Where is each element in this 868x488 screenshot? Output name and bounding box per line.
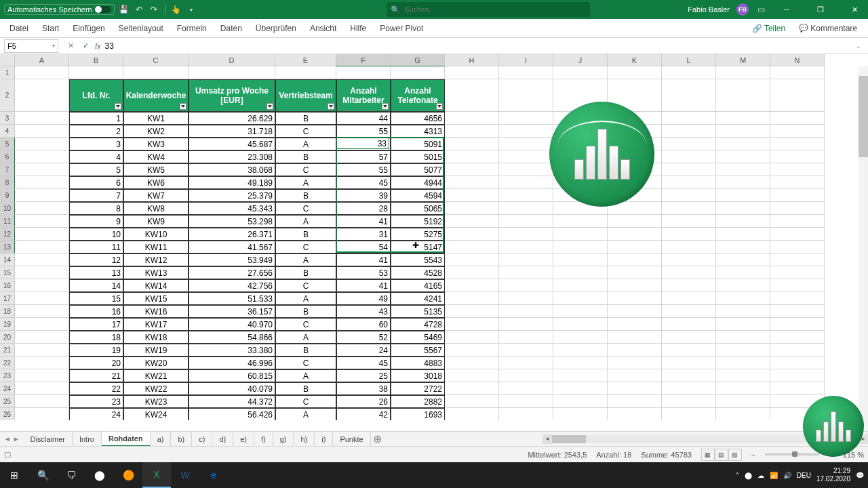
sheet-tab[interactable]: a) — [151, 432, 172, 447]
table-cell[interactable]: 5065 — [391, 202, 445, 215]
record-macro-icon[interactable]: ▢ — [4, 450, 11, 459]
table-cell[interactable]: 42.756 — [189, 279, 275, 292]
table-cell[interactable]: 6 — [69, 176, 123, 189]
ribbon-tab-datei[interactable]: Datei — [3, 24, 35, 33]
row-header[interactable]: 5 — [0, 138, 15, 150]
table-cell[interactable]: 49.189 — [189, 176, 275, 189]
table-cell[interactable]: 36.157 — [189, 305, 275, 318]
table-cell[interactable]: 54.866 — [189, 331, 275, 344]
table-cell[interactable]: KW22 — [123, 382, 189, 395]
table-cell[interactable]: 25.379 — [189, 189, 275, 202]
sheet-tab[interactable]: d) — [212, 432, 233, 447]
table-cell[interactable]: 44 — [336, 112, 391, 125]
row-header[interactable]: 15 — [0, 266, 15, 279]
undo-icon[interactable]: ↶ — [134, 4, 144, 15]
table-cell[interactable]: 18 — [69, 331, 123, 344]
table-cell[interactable]: 51.533 — [189, 292, 275, 305]
table-cell[interactable]: 8 — [69, 202, 123, 215]
table-cell[interactable]: 2882 — [391, 395, 445, 408]
ribbon-tab-formeln[interactable]: Formeln — [170, 24, 214, 33]
column-header[interactable]: B — [69, 54, 123, 66]
table-cell[interactable]: 23 — [69, 395, 123, 408]
vertical-scrollbar[interactable] — [859, 66, 868, 446]
row-header[interactable]: 17 — [0, 292, 15, 305]
table-cell[interactable]: 45.687 — [189, 138, 275, 150]
table-cell[interactable]: KW18 — [123, 331, 189, 344]
table-header-cell[interactable]: Umsatz pro Woche [EUR] — [189, 79, 275, 112]
table-cell[interactable]: 39 — [336, 189, 391, 202]
table-cell[interactable]: 44.372 — [189, 395, 275, 408]
table-cell[interactable]: 5543 — [391, 253, 445, 266]
table-cell[interactable]: 9 — [69, 215, 123, 228]
table-cell[interactable]: 11 — [69, 241, 123, 253]
comments-button[interactable]: Kommentare — [795, 22, 861, 35]
select-all-corner[interactable] — [0, 54, 15, 66]
table-cell[interactable]: 33.380 — [189, 344, 275, 357]
ribbon-tab-ansicht[interactable]: Ansicht — [303, 24, 343, 33]
table-cell[interactable]: 57 — [336, 150, 391, 163]
row-header[interactable]: 16 — [0, 279, 15, 292]
table-cell[interactable]: 54 — [336, 241, 391, 253]
row-header[interactable]: 23 — [0, 369, 15, 382]
table-cell[interactable]: KW15 — [123, 292, 189, 305]
row-header[interactable]: 13 — [0, 241, 15, 253]
row-header[interactable]: 22 — [0, 357, 15, 369]
filter-dropdown-icon[interactable] — [180, 103, 186, 110]
table-cell[interactable]: 5077 — [391, 163, 445, 176]
table-cell[interactable]: 10 — [69, 228, 123, 241]
sheet-tab[interactable]: c) — [192, 432, 212, 447]
table-cell[interactable]: KW2 — [123, 125, 189, 138]
table-cell[interactable]: KW1 — [123, 112, 189, 125]
autosave-toggle[interactable]: Automatisches Speichern — [4, 4, 115, 15]
table-cell[interactable]: C — [275, 163, 336, 176]
table-cell[interactable]: 52 — [336, 331, 391, 344]
row-header[interactable]: 6 — [0, 150, 15, 163]
filter-dropdown-icon[interactable] — [382, 103, 389, 110]
table-cell[interactable]: 31.718 — [189, 125, 275, 138]
minimize-button[interactable]: ─ — [773, 0, 800, 19]
row-header[interactable]: 11 — [0, 215, 15, 228]
table-cell[interactable]: C — [275, 395, 336, 408]
normal-view-button[interactable]: ▦ — [701, 449, 715, 461]
table-cell[interactable]: 5567 — [391, 344, 445, 357]
column-header[interactable]: N — [770, 54, 825, 66]
table-cell[interactable]: KW7 — [123, 189, 189, 202]
table-cell[interactable]: KW16 — [123, 305, 189, 318]
table-cell[interactable]: 1693 — [391, 408, 445, 420]
row-header[interactable]: 20 — [0, 331, 15, 344]
table-cell[interactable]: C — [275, 357, 336, 369]
table-header-cell[interactable]: Kalenderwoche — [123, 79, 189, 112]
page-break-view-button[interactable]: ▧ — [728, 449, 742, 461]
table-header-cell[interactable]: Lfd. Nr. — [69, 79, 123, 112]
table-cell[interactable]: B — [275, 344, 336, 357]
table-cell[interactable]: 4944 — [391, 176, 445, 189]
column-header[interactable]: A — [15, 54, 69, 66]
table-cell[interactable]: C — [275, 202, 336, 215]
row-header[interactable]: 26 — [0, 408, 15, 420]
search-input[interactable] — [404, 5, 586, 14]
tray-language[interactable]: DEU — [797, 472, 811, 479]
start-button[interactable]: ⊞ — [0, 462, 28, 488]
table-cell[interactable]: KW19 — [123, 344, 189, 357]
table-header-cell[interactable]: AnzahlTelefonate — [391, 79, 445, 112]
table-cell[interactable]: 15 — [69, 292, 123, 305]
table-cell[interactable]: 28 — [336, 202, 391, 215]
filter-dropdown-icon[interactable] — [267, 103, 273, 110]
embedded-logo-image[interactable] — [549, 102, 654, 207]
column-header[interactable]: K — [608, 54, 662, 66]
table-cell[interactable]: 41 — [336, 279, 391, 292]
table-cell[interactable]: B — [275, 305, 336, 318]
user-avatar[interactable]: FB — [736, 3, 749, 16]
table-cell[interactable]: A — [275, 138, 336, 150]
table-cell[interactable]: C — [275, 318, 336, 331]
sheet-tab[interactable]: f) — [254, 432, 273, 447]
ribbon-tab-überprüfen[interactable]: Überprüfen — [249, 24, 303, 33]
table-cell[interactable]: 42 — [336, 408, 391, 420]
table-cell[interactable]: 13 — [69, 266, 123, 279]
table-cell[interactable]: KW6 — [123, 176, 189, 189]
table-cell[interactable]: 1 — [69, 112, 123, 125]
table-cell[interactable]: 60.815 — [189, 369, 275, 382]
table-cell[interactable]: 21 — [69, 369, 123, 382]
ribbon-display-icon[interactable]: ▭ — [755, 4, 766, 15]
tray-clock[interactable]: 21:29 17.02.2020 — [816, 467, 850, 483]
